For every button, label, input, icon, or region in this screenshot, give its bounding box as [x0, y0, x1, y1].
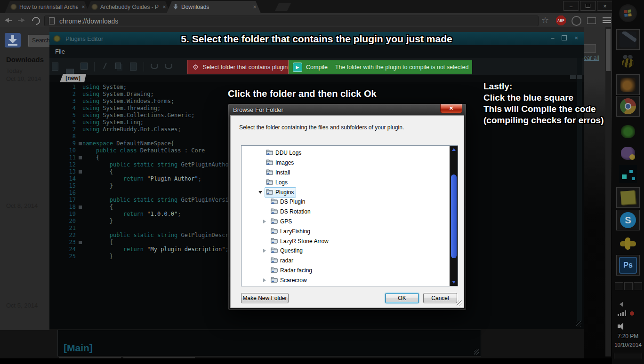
- plugin-tiles-icon[interactable]: [616, 164, 640, 184]
- close-icon[interactable]: ×: [597, 1, 613, 11]
- editor-resize-grip[interactable]: [576, 321, 581, 327]
- taskbar-button-3[interactable]: [634, 282, 642, 290]
- forward-icon[interactable]: [18, 18, 25, 23]
- make-new-folder-button[interactable]: Make New Folder: [241, 293, 289, 303]
- tray-clock-time[interactable]: 7:20 PM: [612, 333, 644, 340]
- maximize-icon[interactable]: [580, 1, 596, 11]
- undo-icon[interactable]: [151, 63, 158, 70]
- tree-item[interactable]: Images: [242, 158, 458, 168]
- adblock-extension-icon[interactable]: ABP: [556, 16, 566, 25]
- tree-item[interactable]: Logs: [242, 177, 458, 187]
- game-shortcut-icon[interactable]: [616, 74, 640, 95]
- volume-icon[interactable]: [618, 323, 625, 330]
- tree-item[interactable]: radar: [242, 256, 458, 266]
- tree-item[interactable]: Radar facing: [242, 266, 458, 276]
- tree-item[interactable]: Install: [242, 168, 458, 178]
- browser-tab[interactable]: Downloads×: [167, 1, 261, 13]
- chrome-icon[interactable]: [616, 96, 640, 117]
- scroll-down-icon[interactable]: [450, 278, 458, 286]
- taskbar-button-2[interactable]: [624, 282, 633, 290]
- character-icon[interactable]: [616, 143, 640, 164]
- folder-icon: [266, 149, 273, 157]
- tree-item[interactable]: DS Rotation: [242, 207, 458, 217]
- address-bar[interactable]: chrome://downloads: [44, 16, 539, 26]
- tray-clock-date[interactable]: 10/10/2014: [612, 342, 644, 348]
- network-error-icon[interactable]: [630, 311, 634, 316]
- dialog-resize-grip[interactable]: [457, 301, 462, 306]
- dialog-description: Select the folder containing the files a…: [239, 124, 404, 131]
- folder-tree[interactable]: DDU Logs Images Install Logs Plugins DS …: [241, 145, 458, 286]
- archebuddy-bee-icon[interactable]: [616, 53, 640, 73]
- tree-scrollbar-thumb[interactable]: [451, 174, 457, 258]
- tree-item[interactable]: Plugins: [242, 187, 458, 197]
- browser-scrollbar[interactable]: [605, 27, 611, 356]
- collapsed-expander-icon[interactable]: [263, 278, 269, 282]
- back-icon[interactable]: [5, 18, 12, 23]
- save-icon[interactable]: [80, 63, 88, 70]
- code-text-span: [177, 232, 181, 238]
- controller-icon[interactable]: [616, 233, 640, 254]
- code-text-span: [177, 161, 181, 168]
- bookmark-star-icon[interactable]: ☆: [541, 15, 549, 25]
- cancel-button[interactable]: Cancel: [423, 293, 457, 303]
- plant-icon[interactable]: [616, 121, 640, 142]
- collapsed-expander-icon[interactable]: [263, 220, 269, 223]
- dialog-close-icon[interactable]: ✕: [440, 104, 462, 113]
- cut-icon[interactable]: [101, 63, 109, 70]
- tray-expand-icon[interactable]: [620, 302, 623, 307]
- paste-icon[interactable]: [130, 63, 137, 70]
- line-number-gutter: 1234567891011121314151617181920212223242…: [64, 84, 76, 260]
- code-text-span: }: [82, 218, 113, 224]
- tree-item[interactable]: LazyR Stone Arrow: [242, 236, 458, 246]
- new-file-icon[interactable]: [52, 63, 59, 70]
- tab-close-icon[interactable]: ×: [80, 4, 87, 10]
- skype-icon[interactable]: S: [616, 210, 640, 230]
- folder-icon: [266, 169, 273, 175]
- photoshop-icon[interactable]: Ps: [616, 255, 640, 276]
- url-text[interactable]: chrome://downloads: [59, 17, 118, 25]
- select-folder-button[interactable]: ⚙ Select folder that contains plugin: [187, 60, 289, 74]
- tree-item[interactable]: Scarecrow: [242, 275, 458, 285]
- tree-item[interactable]: Questing: [242, 246, 458, 256]
- tree-item[interactable]: DDU Logs: [242, 148, 458, 158]
- show-desktop-button[interactable]: [614, 353, 642, 359]
- sticky-notes-icon[interactable]: [616, 187, 640, 208]
- code-text-span: System: [103, 91, 123, 97]
- folder-icon: [271, 237, 278, 245]
- tree-item[interactable]: DS Plugin: [242, 197, 458, 207]
- extension-icon[interactable]: [572, 16, 581, 26]
- tree-item-inner: Images: [265, 158, 296, 168]
- expanded-expander-icon[interactable]: [258, 191, 265, 194]
- split-button[interactable]: [570, 75, 576, 79]
- tree-item[interactable]: LazyFishing: [242, 226, 458, 236]
- scrollbar-thumb[interactable]: [606, 29, 611, 71]
- log-resize-grip[interactable]: [474, 349, 479, 355]
- tree-item[interactable]: GPS: [242, 217, 458, 227]
- start-orb-icon[interactable]: [616, 3, 640, 24]
- network-signal-icon[interactable]: [618, 310, 626, 316]
- browser-tab[interactable]: Archebuddy Guides - Po×: [86, 1, 170, 13]
- browser-tab[interactable]: How to run/install ArcheB×: [5, 1, 89, 13]
- compile-button[interactable]: ▶ Compile The folder with the plugin to …: [289, 60, 472, 74]
- tree-scrollbar[interactable]: [450, 146, 458, 286]
- page-search-box-edge: [584, 44, 596, 53]
- menu-file[interactable]: File: [55, 45, 65, 58]
- open-folder-icon[interactable]: [66, 63, 73, 70]
- taskbar-button[interactable]: [615, 282, 623, 290]
- folder-icon: [271, 247, 278, 253]
- archeage-folder-icon[interactable]: [616, 29, 640, 50]
- tab-close-icon[interactable]: ×: [251, 4, 258, 10]
- copy-icon[interactable]: [115, 63, 123, 70]
- code-keyword: using: [82, 91, 99, 97]
- collapsed-expander-icon[interactable]: [263, 249, 269, 253]
- editor-file-tab[interactable]: [new]: [60, 74, 86, 82]
- ok-button[interactable]: OK: [385, 293, 419, 303]
- minimize-icon[interactable]: –: [563, 1, 579, 11]
- browser-menu-icon[interactable]: [603, 17, 611, 24]
- scroll-up-icon[interactable]: [450, 146, 458, 153]
- split-button-2[interactable]: [577, 75, 582, 79]
- tab-close-icon[interactable]: ×: [161, 4, 168, 10]
- clear-all-link[interactable]: ear all: [584, 55, 599, 61]
- extension-icon-2[interactable]: [587, 17, 596, 24]
- redo-icon[interactable]: [165, 63, 172, 70]
